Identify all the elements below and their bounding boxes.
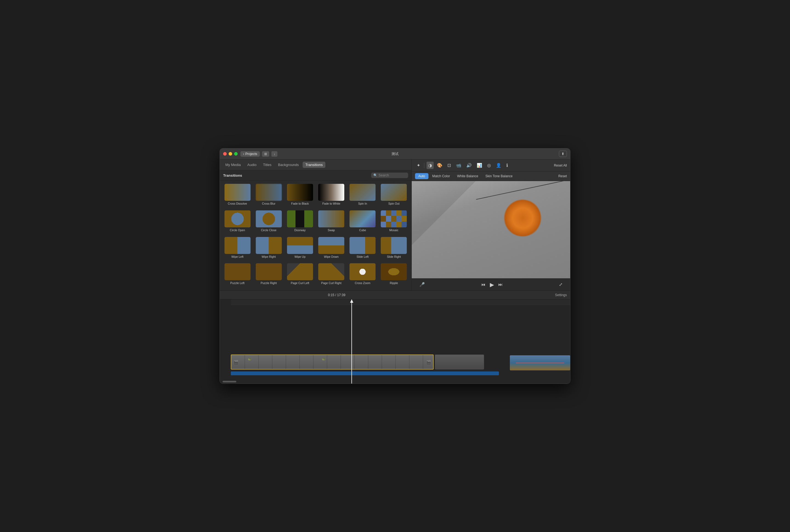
transition-label-cross-dissolve: Cross Dissolve [228, 202, 247, 205]
clip-turtle-icon-1: 🐢 [248, 357, 252, 361]
transition-item-page-curl-right[interactable]: Page Curl Right [316, 262, 347, 288]
scrollbar-thumb[interactable] [223, 381, 236, 382]
transition-item-puzzle-right[interactable]: Puzzle Right [253, 262, 284, 288]
transition-item-mosaic[interactable]: Mosaic [379, 209, 409, 235]
tab-audio[interactable]: Audio [244, 162, 259, 168]
toolbar-separator-1 [424, 163, 424, 168]
transition-thumb-circle-open [224, 210, 251, 227]
timeline-track-area: 🎬 🐢 🐢 🎬 [220, 354, 570, 375]
settings-label[interactable]: Settings [555, 293, 567, 297]
tab-skin-tone-balance[interactable]: Skin Tone Balance [482, 173, 516, 179]
transition-item-cross-zoom[interactable]: Cross Zoom [347, 262, 378, 288]
noise-reduction-button[interactable]: 👤 [494, 162, 503, 169]
tab-transitions[interactable]: Transitions [302, 162, 325, 168]
main-content: My Media Audio Titles Backgrounds Transi… [220, 159, 570, 290]
transition-item-wipe-down[interactable]: Wipe Down [316, 236, 347, 262]
map-clip[interactable] [510, 355, 570, 370]
transition-item-fade-white[interactable]: Fade to White [316, 183, 347, 209]
tab-my-media[interactable]: My Media [223, 162, 243, 168]
transition-item-slide-right[interactable]: Slide Right [379, 236, 409, 262]
audio-button[interactable]: 🔊 [465, 162, 473, 169]
transition-item-cube[interactable]: Cube [347, 209, 378, 235]
transitions-grid: Cross Dissolve Cross Blur Fade to Black … [220, 180, 411, 290]
transition-item-slide-left[interactable]: Slide Left [347, 236, 378, 262]
transitions-title: Transitions [223, 173, 242, 177]
fullscreen-button[interactable]: ⤢ [557, 281, 565, 288]
transition-thumb-wipe-left [224, 237, 251, 254]
main-video-clip[interactable]: 🎬 🐢 🐢 🎬 [231, 355, 434, 369]
transition-label-wipe-left: Wipe Left [231, 255, 243, 258]
transition-label-slide-left: Slide Left [356, 255, 369, 258]
close-button[interactable] [223, 152, 227, 156]
transition-thumb-fade-black [287, 184, 313, 201]
transition-item-ripple[interactable]: Ripple [379, 262, 409, 288]
transition-item-fade-black[interactable]: Fade to Black [284, 183, 315, 209]
transition-thumb-ripple [381, 263, 407, 280]
minimize-button[interactable] [228, 152, 232, 156]
chevron-left-icon: ‹ [243, 152, 244, 156]
search-icon: 🔍 [373, 173, 378, 177]
skip-back-button[interactable]: ⏮ [479, 281, 488, 288]
import-button[interactable]: ↓ [271, 151, 277, 157]
skip-forward-button[interactable]: ⏭ [496, 281, 505, 288]
time-display: 0:15 / 17:39 [328, 293, 345, 297]
transition-label-cube: Cube [359, 228, 366, 232]
tab-white-balance[interactable]: White Balance [454, 173, 481, 179]
search-box[interactable]: 🔍 [371, 173, 408, 178]
color-palette-button[interactable]: 🎨 [435, 162, 444, 169]
transition-thumb-circle-close [256, 210, 282, 227]
magic-wand-button[interactable]: ✦ [415, 162, 422, 169]
timeline-header: 0:15 / 17:39 Settings [220, 291, 570, 300]
transition-item-doorway[interactable]: Doorway [284, 209, 315, 235]
transition-label-cross-zoom: Cross Zoom [355, 281, 370, 285]
timeline-section: 0:15 / 17:39 Settings 🎬 🐢 🐢 🎬 [220, 290, 570, 383]
tab-backgrounds[interactable]: Backgrounds [275, 162, 301, 168]
grid-view-button[interactable]: ⊞ [262, 151, 269, 157]
tab-match-color[interactable]: Match Color [429, 173, 453, 179]
search-input[interactable] [379, 173, 406, 177]
transition-item-cross-dissolve[interactable]: Cross Dissolve [222, 183, 253, 209]
stabilization-button[interactable]: ◎ [485, 162, 493, 169]
transition-item-puzzle-left[interactable]: Puzzle Left [222, 262, 253, 288]
secondary-video-clip[interactable] [435, 355, 484, 369]
transition-label-wipe-up: Wipe Up [294, 255, 305, 258]
reset-all-button[interactable]: Reset All [554, 164, 567, 167]
transition-thumb-mosaic [381, 210, 407, 227]
transition-item-wipe-left[interactable]: Wipe Left [222, 236, 253, 262]
transition-item-spin-out[interactable]: Spin Out [379, 183, 409, 209]
toolbar: ✦ ◑ 🎨 ⊡ 📹 🔊 📊 ◎ 👤 ℹ Reset All [412, 159, 570, 171]
video-overlay-button[interactable]: 📹 [454, 162, 463, 169]
transition-item-circle-close[interactable]: Circle Close [253, 209, 284, 235]
transition-item-wipe-up[interactable]: Wipe Up [284, 236, 315, 262]
transition-item-page-curl-left[interactable]: Page Curl Left [284, 262, 315, 288]
transition-thumb-puzzle-left [224, 263, 251, 280]
maximize-button[interactable] [234, 152, 238, 156]
tab-auto[interactable]: Auto [415, 173, 428, 179]
transition-label-page-curl-right: Page Curl Right [321, 281, 342, 285]
transition-thumb-slide-left [349, 237, 375, 254]
tab-titles[interactable]: Titles [260, 162, 274, 168]
play-button[interactable]: ▶ [488, 280, 496, 289]
projects-button[interactable]: ‹ Projects [240, 151, 260, 157]
crop-button[interactable]: ⊡ [446, 162, 453, 169]
transition-thumb-wipe-right [256, 237, 282, 254]
transition-item-wipe-right[interactable]: Wipe Right [253, 236, 284, 262]
transition-item-cross-blur[interactable]: Cross Blur [253, 183, 284, 209]
reset-button[interactable]: Reset [558, 174, 567, 178]
share-button[interactable]: ⬆ [559, 151, 567, 157]
transition-item-spin-in[interactable]: Spin In [347, 183, 378, 209]
transition-thumb-cube [349, 210, 375, 227]
transition-thumb-slide-right [381, 237, 407, 254]
color-correction-button[interactable]: ◑ [426, 162, 434, 169]
total-time: 17:39 [337, 293, 345, 297]
microphone-button[interactable]: 🎤 [417, 281, 427, 288]
playhead[interactable] [351, 300, 352, 383]
clip-end-icon: 🎬 [426, 360, 431, 364]
current-time: 0:15 [328, 293, 334, 297]
transition-item-circle-open[interactable]: Circle Open [222, 209, 253, 235]
speed-button[interactable]: 📊 [475, 162, 484, 169]
transition-thumb-spin-in [349, 184, 375, 201]
info-button[interactable]: ℹ [504, 162, 510, 169]
transition-item-swap[interactable]: Swap [316, 209, 347, 235]
transition-thumb-swap [318, 210, 344, 227]
